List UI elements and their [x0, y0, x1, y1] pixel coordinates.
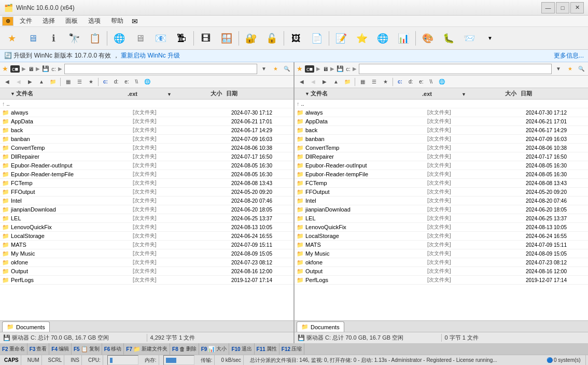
left-drive-globe[interactable]: 🌐 — [142, 77, 153, 87]
list-item[interactable]: 📁 jianpianDownload [次文件夹] 2024-06-20 18:… — [0, 205, 293, 214]
list-item[interactable]: 📁 Intel [次文件夹] 2024-08-20 07:46 — [295, 196, 588, 205]
left-col-date-label[interactable]: 日期 — [226, 90, 237, 96]
toolbar-chart[interactable]: 📊 — [394, 29, 413, 48]
right-col-name-label[interactable]: 文件名 — [311, 90, 328, 97]
left-col-name-label[interactable]: 文件名 — [16, 90, 33, 97]
toolbar-dropdown[interactable]: ▼ — [480, 29, 500, 48]
left-folder-up-btn[interactable]: 📁 — [48, 77, 58, 87]
fkey-f3[interactable]: F3 查看 — [27, 343, 50, 355]
list-item[interactable]: 📁 always [次文件夹] 2024-07-30 17:12 — [0, 108, 293, 117]
list-item[interactable]: 📁 DllRepairer [次文件夹] 2024-07-17 16:50 — [0, 152, 293, 161]
left-back2-btn[interactable]: ◀ — [13, 77, 24, 87]
list-item[interactable]: 📁 AppData [次文件夹] 2024-06-21 17:01 — [295, 117, 588, 126]
toolbar-lock[interactable]: 🔐 — [241, 29, 261, 48]
toolbar-email[interactable]: 📧 — [151, 29, 171, 48]
toolbar-web[interactable]: 🌐 — [373, 29, 393, 48]
toolbar-file[interactable]: 📄 — [307, 29, 327, 48]
left-sort-btn[interactable]: ★ — [86, 77, 96, 87]
left-addr-down[interactable]: ▼ — [259, 64, 269, 74]
menu-file[interactable]: 文件 — [16, 16, 36, 26]
left-computer-icon[interactable]: 🖥 — [28, 66, 34, 72]
list-item[interactable]: 📁 Epubor-Reader-outInput [次文件夹] 2024-08-… — [295, 161, 588, 170]
fkey-f5[interactable]: F5 📋 复制 — [72, 343, 102, 355]
right-folder-up-btn[interactable]: 📁 — [342, 77, 353, 87]
left-drive-network[interactable]: \\ — [133, 77, 141, 87]
right-view1-btn[interactable]: ▦ — [357, 77, 368, 87]
list-item[interactable]: 📁 okfone [次文件夹] 2024-07-23 08:12 — [295, 258, 588, 267]
fkey-f6[interactable]: F6 移动 — [102, 343, 124, 355]
left-col-size-label[interactable]: 大小 — [211, 90, 222, 96]
minimize-button[interactable]: — — [541, 2, 555, 13]
fkey-f11[interactable]: F11 属性 — [255, 343, 279, 355]
right-drive-icon[interactable]: 💾 — [337, 65, 344, 72]
right-cmd-icon[interactable]: c■ — [305, 65, 314, 73]
menu-help[interactable]: 帮助 — [107, 16, 128, 26]
left-drive-e[interactable]: e: — [122, 77, 131, 87]
right-back2-btn[interactable]: ◀ — [308, 77, 318, 87]
right-addr-search[interactable]: 🔍 — [577, 64, 586, 74]
list-item[interactable]: 📁 always [次文件夹] 2024-07-30 17:12 — [295, 108, 588, 117]
left-drive-d[interactable]: d: — [111, 77, 121, 87]
right-star-icon[interactable]: ★ — [297, 65, 303, 73]
list-item[interactable]: 📁 FFOutput [次文件夹] 2024-05-20 09:20 — [295, 188, 588, 196]
toolbar-info[interactable]: ℹ — [44, 29, 63, 48]
toolbar-star2[interactable]: ⭐ — [352, 29, 372, 48]
right-col-ext-scroll[interactable]: ▼ — [461, 92, 466, 97]
right-drive-d[interactable]: d: — [406, 77, 415, 87]
list-item[interactable]: 📁 Epubor-Reader-tempFile [次文件夹] 2024-08-… — [295, 170, 588, 179]
list-item[interactable]: 📁 LEL [次文件夹] 2024-06-25 13:37 — [0, 214, 293, 223]
toolbar-film[interactable]: 🎞 — [196, 29, 216, 48]
list-item[interactable]: 📁 back [次文件夹] 2024-06-17 14:29 — [0, 126, 293, 135]
left-address-input[interactable] — [64, 64, 257, 74]
toolbar-monitor2[interactable]: 🖥 — [130, 29, 150, 48]
toolbar-edit[interactable]: 📝 — [331, 29, 351, 48]
mail-icon[interactable]: ✉ — [132, 17, 138, 25]
menu-panel[interactable]: 面板 — [61, 16, 82, 26]
right-col-ext-label[interactable]: .ext — [422, 91, 432, 97]
right-addr-down[interactable]: ▼ — [554, 64, 563, 74]
left-addr-search[interactable]: 🔍 — [282, 64, 291, 74]
update-restart-link[interactable]: 重新启动 WinNc 升级 — [121, 52, 180, 59]
toolbar-unlock[interactable]: 🔓 — [262, 29, 282, 48]
right-view2-btn[interactable]: ☰ — [369, 77, 379, 87]
toolbar-bug[interactable]: 🐛 — [439, 29, 458, 48]
left-forward-btn[interactable]: ▶ — [25, 77, 35, 87]
right-up-btn[interactable]: ▲ — [331, 77, 341, 87]
list-item[interactable]: 📁 AppData [次文件夹] 2024-06-21 17:01 — [0, 117, 293, 126]
menu-select[interactable]: 选择 — [38, 16, 59, 26]
left-star-icon[interactable]: ★ — [2, 65, 8, 73]
list-item[interactable]: 📁 FFOutput [次文件夹] 2024-05-20 09:20 — [0, 188, 293, 196]
list-item[interactable]: 📁 Epubor-Reader-outInput [次文件夹] 2024-08-… — [0, 161, 293, 170]
list-item[interactable]: 📁 PerfLogs [次文件夹] 2019-12-07 17:14 — [0, 276, 293, 285]
fkey-f10[interactable]: F10 退出 — [229, 343, 254, 355]
right-address-input[interactable] — [359, 64, 552, 74]
list-item[interactable]: 📁 MATS [次文件夹] 2024-07-09 15:11 — [295, 241, 588, 249]
list-item[interactable]: 📁 DllRepairer [次文件夹] 2024-07-17 16:50 — [295, 152, 588, 161]
left-cmd-icon[interactable]: c■ — [10, 65, 20, 73]
close-button[interactable]: ✕ — [570, 2, 584, 13]
toolbar-window[interactable]: 🪟 — [217, 29, 236, 48]
toolbar-palette[interactable]: 🎨 — [418, 29, 438, 48]
right-tab-documents[interactable]: 📁 Documents — [297, 321, 344, 332]
left-view2-btn[interactable]: ☰ — [74, 77, 85, 87]
list-item[interactable]: 📁 banban [次文件夹] 2024-07-09 16:03 — [0, 135, 293, 144]
fkey-f7[interactable]: F7 📁 新建文件夹 — [124, 343, 170, 355]
right-back-btn[interactable]: ◀ — [297, 77, 307, 87]
toolbar-image[interactable]: 🖼 — [286, 29, 306, 48]
left-col-ext-scroll[interactable]: ▼ — [167, 92, 172, 97]
list-item[interactable]: 📁 Output [次文件夹] 2024-08-16 12:00 — [0, 267, 293, 276]
toolbar-computer[interactable]: 🖥 — [23, 29, 43, 48]
right-col-date-label[interactable]: 日期 — [521, 90, 532, 96]
fkey-f8[interactable]: F8 🗑 删除 — [170, 343, 199, 355]
left-drive-icon[interactable]: 💾 — [42, 65, 49, 72]
list-item[interactable]: 📁 Epubor-Reader-tempFile [次文件夹] 2024-08-… — [0, 170, 293, 179]
right-addr-star[interactable]: ★ — [565, 64, 575, 74]
list-item[interactable]: 📁 LocalStorage [次文件夹] 2024-06-24 16:55 — [295, 232, 588, 241]
right-drive-globe[interactable]: 🌐 — [436, 77, 447, 87]
left-addr-star[interactable]: ★ — [271, 64, 280, 74]
list-item[interactable]: 📁 Output [次文件夹] 2024-08-16 12:00 — [295, 267, 588, 276]
fkey-f2[interactable]: F2 重命名 — [0, 343, 27, 355]
maximize-button[interactable]: □ — [556, 2, 569, 13]
fkey-f4[interactable]: F4 编辑 — [49, 343, 72, 355]
toolbar-search[interactable]: 🔭 — [64, 29, 84, 48]
